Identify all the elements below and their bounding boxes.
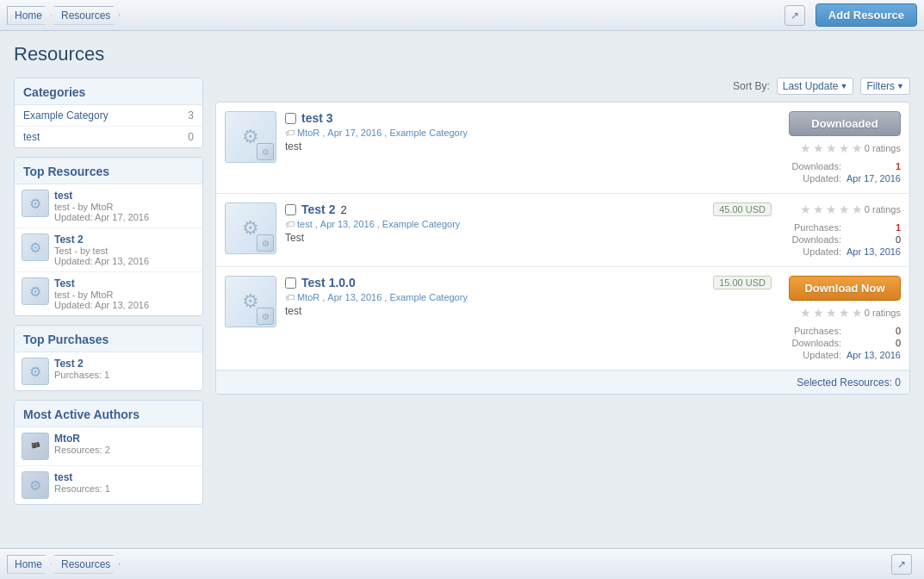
star-1-1: ★ <box>800 202 811 216</box>
bottom-breadcrumb-home[interactable]: Home <box>7 555 52 574</box>
star-3-0: ★ <box>826 141 837 155</box>
category-item-example[interactable]: Example Category 3 <box>15 105 202 127</box>
resource-thumb-2: ⚙ ⚙ <box>225 276 276 327</box>
gear-icon-2: ⚙ <box>29 283 41 300</box>
bottom-breadcrumb-resources[interactable]: Resources <box>53 555 120 574</box>
top-resources-section: Top Resources ⚙ test test - by MtoR Upda… <box>14 157 203 316</box>
add-resource-button[interactable]: Add Resource <box>815 3 917 27</box>
resource-title-2[interactable]: Test 1.0.0 <box>301 276 356 290</box>
resource-meta-comma-1: , <box>315 219 318 229</box>
resource-title-row-2: Test 1.0.0 15.00 USD <box>285 276 772 290</box>
selected-resources-text: Selected Resources: 0 <box>797 377 901 389</box>
sort-bar: Sort By: Last Update ▼ Filters ▼ <box>215 78 910 95</box>
chevron-down-icon: ▼ <box>840 82 847 90</box>
resource-meta-author-0[interactable]: MtoR <box>297 128 319 138</box>
resource-meta-category-1[interactable]: Example Category <box>382 219 461 229</box>
gear-icon-small-1: ⚙ <box>262 239 270 248</box>
top-resource-item-2[interactable]: ⚙ Test test - by MtoR Updated: Apr 13, 2… <box>15 272 202 315</box>
resource-meta-tag-icon-1: 🏷 <box>285 219 295 229</box>
author-info-0: MtoR Resources: 2 <box>54 433 195 455</box>
resource-card-1: ⚙ ⚙ Test 2 2 45.00 USD 🏷 <box>216 194 909 267</box>
resource-thumb-1: ⚙ ⚙ <box>225 202 276 254</box>
top-resource-sub-2: test - by MtoR <box>54 290 195 300</box>
resource-thumb-small-2: ⚙ <box>257 308 274 325</box>
resource-meta-date-2[interactable]: Apr 13, 2016 <box>327 292 381 302</box>
resource-card-0: ⚙ ⚙ test 3 🏷 MtoR , <box>216 103 909 194</box>
resource-meta-comma-0: , <box>322 128 325 138</box>
downloaded-button-0[interactable]: Downloaded <box>789 111 901 136</box>
sort-dropdown[interactable]: Last Update ▼ <box>777 78 854 95</box>
resource-price-badge-2: 15.00 USD <box>713 276 772 290</box>
star-rating-0: ★ ★ ★ ★ ★ 0 ratings <box>800 141 901 155</box>
star-rating-1: ★ ★ ★ ★ ★ 0 ratings <box>800 202 901 216</box>
author-info-1: test Resources: 1 <box>54 471 195 494</box>
selected-resources-bar: Selected Resources: 0 <box>216 370 909 394</box>
resource-meta-category-2[interactable]: Example Category <box>389 292 468 302</box>
categories-title: Categories <box>15 78 202 105</box>
star-3-1: ★ <box>826 202 837 216</box>
resource-meta-date-1[interactable]: Apr 13, 2016 <box>320 219 375 229</box>
filters-button[interactable]: Filters ▼ <box>860 78 910 95</box>
top-navigation: Home Resources ↗ Add Resource <box>0 0 924 31</box>
star-4-1: ★ <box>839 202 850 216</box>
author-item-1[interactable]: ⚙ test Resources: 1 <box>15 466 202 504</box>
resource-meta-1: 🏷 test , Apr 13, 2016 , Example Category <box>285 219 772 229</box>
top-purchases-section: Top Purchases ⚙ Test 2 Purchases: 1 <box>14 325 203 391</box>
resource-meta-author-2[interactable]: MtoR <box>297 292 319 302</box>
author-name-0[interactable]: MtoR <box>54 433 195 445</box>
resource-meta-2: 🏷 MtoR , Apr 13, 2016 , Example Category <box>285 292 772 302</box>
star-rating-2: ★ ★ ★ ★ ★ 0 ratings <box>800 306 901 320</box>
download-now-button-2[interactable]: Download Now <box>789 276 901 301</box>
resource-meta-category-0[interactable]: Example Category <box>389 128 468 138</box>
top-purchase-item-0[interactable]: ⚙ Test 2 Purchases: 1 <box>15 352 202 390</box>
bottom-external-link-button[interactable]: ↗ <box>891 554 912 575</box>
top-resource-item-1[interactable]: ⚙ Test 2 Test - by test Updated: Apr 13,… <box>15 228 202 272</box>
resource-title-row-1: Test 2 2 45.00 USD <box>285 202 772 216</box>
resources-list: ⚙ ⚙ test 3 🏷 MtoR , <box>215 102 910 395</box>
gear-icon-1: ⚙ <box>29 240 41 256</box>
resource-title-row-0: test 3 <box>285 111 772 125</box>
resource-actions-2: Download Now ★ ★ ★ ★ ★ 0 ratings Purchas… <box>780 276 901 361</box>
resource-checkbox-1[interactable] <box>285 204 296 215</box>
resource-checkbox-0[interactable] <box>285 113 296 124</box>
resource-stats-1: Purchases:1 Downloads:0 Updated:Apr 13, … <box>792 221 901 258</box>
resource-title-1[interactable]: Test 2 <box>301 202 335 216</box>
breadcrumb-home[interactable]: Home <box>7 6 52 25</box>
top-resource-item-0[interactable]: ⚙ test test - by MtoR Updated: Apr 17, 2… <box>15 184 202 228</box>
top-resource-thumb-0: ⚙ <box>22 190 49 217</box>
ratings-count-1: 0 ratings <box>865 204 901 215</box>
resource-desc-0: test <box>285 140 772 153</box>
star-4-2: ★ <box>839 306 850 320</box>
top-resource-sub-1: Test - by test <box>54 246 195 256</box>
category-count-example: 3 <box>188 109 194 121</box>
breadcrumb-resources[interactable]: Resources <box>53 6 120 25</box>
page-content: Resources Categories Example Category 3 … <box>0 31 924 548</box>
most-active-authors-title: Most Active Authors <box>15 401 202 427</box>
external-link-button[interactable]: ↗ <box>784 5 805 26</box>
author-avatar-1: ⚙ <box>22 471 49 499</box>
category-name-test[interactable]: test <box>23 131 40 143</box>
resource-checkbox-2[interactable] <box>285 277 296 289</box>
top-purchase-name-0[interactable]: Test 2 <box>54 358 195 370</box>
category-name-example[interactable]: Example Category <box>23 109 109 121</box>
top-resource-name-1[interactable]: Test 2 <box>54 233 195 246</box>
top-resource-name-0[interactable]: test <box>54 190 195 202</box>
top-purchases-title: Top Purchases <box>15 326 202 352</box>
resource-meta-date-0[interactable]: Apr 17, 2016 <box>327 128 381 138</box>
resource-meta-tag-icon-0: 🏷 <box>285 128 295 138</box>
resource-meta-tag-icon-2: 🏷 <box>285 292 295 302</box>
resource-stats-0: Downloads:1 Updated:Apr 17, 2016 <box>792 160 901 184</box>
resource-meta-comma2-1: , <box>377 219 380 229</box>
gear-icon-0: ⚙ <box>29 196 41 212</box>
category-item-test[interactable]: test 0 <box>15 127 202 147</box>
author-name-1[interactable]: test <box>54 471 195 483</box>
category-count-test: 0 <box>188 131 194 143</box>
ratings-count-0: 0 ratings <box>865 143 901 153</box>
star-5-1: ★ <box>852 202 863 216</box>
resource-meta-author-1[interactable]: test <box>297 219 313 229</box>
resource-card-2: ⚙ ⚙ Test 1.0.0 15.00 USD 🏷 <box>216 267 909 370</box>
author-item-0[interactable]: 🏴 MtoR Resources: 2 <box>15 427 202 466</box>
top-resource-name-2[interactable]: Test <box>54 277 195 290</box>
resource-title-0[interactable]: test 3 <box>301 111 333 125</box>
star-3-2: ★ <box>826 306 837 320</box>
